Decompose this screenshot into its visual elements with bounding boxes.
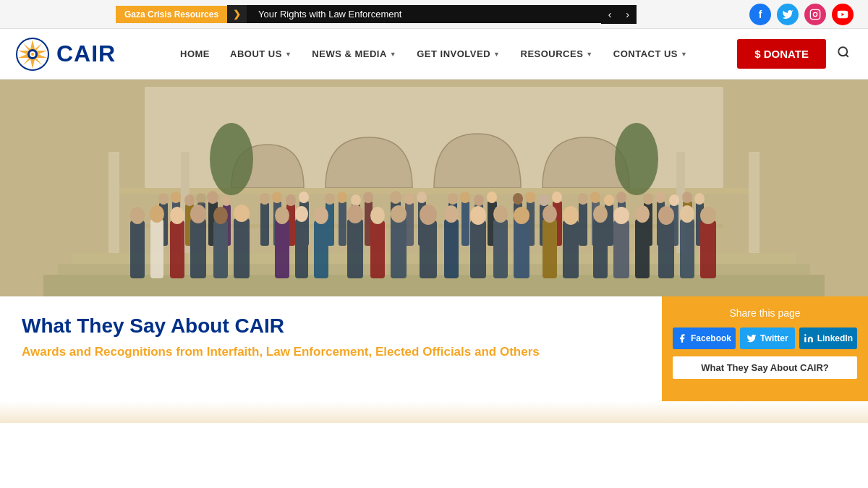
svg-point-22: [210, 123, 253, 195]
svg-point-43: [299, 192, 309, 203]
logo[interactable]: CAIR: [14, 36, 116, 72]
nav-home[interactable]: HOME: [171, 43, 218, 65]
svg-rect-106: [295, 219, 308, 278]
nav-get-involved[interactable]: GET INVOLVED ▼: [408, 43, 509, 65]
svg-point-57: [417, 192, 427, 203]
content-section: What They Say About CAIR Awards and Reco…: [0, 296, 868, 401]
svg-point-75: [578, 193, 588, 205]
ann-prev-button[interactable]: ‹: [601, 5, 619, 24]
nav-menu: HOME ABOUT US ▼ NEWS & MEDIA ▼ GET INVOL…: [137, 43, 730, 65]
svg-point-2: [817, 11, 818, 12]
bottom-gradient: [0, 401, 868, 423]
share-twitter-button[interactable]: Twitter: [740, 328, 795, 349]
nav-resources[interactable]: RESOURCES ▼: [512, 43, 602, 65]
svg-rect-130: [593, 219, 608, 278]
svg-point-105: [275, 207, 289, 224]
svg-point-95: [150, 205, 164, 223]
svg-point-115: [391, 205, 407, 223]
share-link[interactable]: What They Say About CAIR?: [673, 356, 857, 379]
facebook-share-icon: [677, 333, 687, 343]
news-arrow: ▼: [390, 51, 396, 58]
svg-rect-138: [680, 219, 694, 278]
svg-point-81: [616, 192, 626, 203]
svg-point-127: [542, 205, 557, 223]
page-subtitle: Awards and Recognitions from Interfaith,…: [22, 343, 640, 361]
svg-point-29: [184, 194, 195, 206]
svg-rect-110: [347, 219, 363, 278]
svg-point-67: [513, 193, 523, 205]
svg-point-141: [700, 207, 716, 224]
svg-point-87: [669, 194, 679, 206]
svg-rect-100: [213, 221, 228, 278]
svg-point-77: [590, 192, 600, 203]
svg-point-113: [370, 207, 385, 224]
svg-rect-0: [810, 9, 820, 19]
get-involved-arrow: ▼: [493, 51, 500, 58]
share-sidebar: Share this page Facebook Twitter LinkedI…: [662, 296, 868, 401]
svg-point-47: [337, 192, 347, 203]
svg-rect-122: [493, 219, 508, 278]
nav-news-media[interactable]: NEWS & MEDIA ▼: [303, 43, 405, 65]
announcement-text: Your Rights with Law Enforcement: [247, 5, 601, 23]
share-title: Share this page: [673, 307, 857, 319]
svg-line-9: [846, 54, 848, 56]
page-title: What They Say About CAIR: [22, 314, 640, 338]
svg-point-39: [272, 192, 282, 203]
svg-rect-132: [613, 221, 629, 278]
svg-point-63: [474, 194, 484, 206]
about-us-arrow: ▼: [285, 51, 292, 58]
svg-rect-136: [658, 221, 674, 278]
youtube-icon[interactable]: [832, 4, 854, 25]
ann-next-button[interactable]: ›: [618, 5, 637, 24]
svg-point-101: [213, 207, 228, 224]
svg-point-111: [347, 205, 363, 223]
svg-rect-114: [391, 219, 407, 278]
svg-point-31: [196, 193, 206, 205]
donate-button[interactable]: $ DONATE: [737, 39, 826, 69]
announcement-arrow: ❯: [227, 5, 247, 23]
share-facebook-button[interactable]: Facebook: [673, 328, 736, 349]
cair-logo-icon: [14, 36, 51, 72]
announcement-tag[interactable]: Gaza Crisis Resources: [116, 6, 227, 23]
linkedin-share-icon: [804, 333, 814, 343]
header: CAIR HOME ABOUT US ▼ NEWS & MEDIA ▼ GET …: [0, 29, 868, 80]
svg-point-123: [493, 205, 508, 223]
share-linkedin-button[interactable]: LinkedIn: [799, 328, 857, 349]
svg-point-1: [813, 12, 817, 16]
svg-point-79: [604, 194, 614, 206]
svg-point-91: [694, 193, 705, 205]
svg-rect-60: [461, 201, 469, 246]
svg-rect-94: [150, 219, 163, 278]
svg-point-45: [325, 193, 335, 205]
svg-point-61: [460, 192, 470, 203]
svg-point-69: [525, 192, 535, 203]
social-icons: f: [749, 4, 854, 25]
svg-rect-126: [542, 219, 557, 278]
search-button[interactable]: [833, 42, 854, 66]
svg-rect-46: [339, 201, 346, 246]
twitter-icon[interactable]: [777, 4, 799, 25]
contact-arrow: ▼: [681, 51, 687, 58]
announcement-bar: Gaza Crisis Resources ❯ Your Rights with…: [116, 5, 637, 24]
svg-point-97: [170, 207, 184, 224]
svg-rect-124: [514, 221, 529, 278]
svg-point-121: [470, 206, 486, 225]
top-bar: Gaza Crisis Resources ❯ Your Rights with…: [0, 0, 868, 29]
nav-contact-us[interactable]: CONTACT US ▼: [605, 43, 697, 65]
nav-about-us[interactable]: ABOUT US ▼: [221, 43, 300, 65]
svg-point-107: [295, 206, 308, 222]
svg-point-83: [643, 193, 653, 205]
svg-point-125: [514, 207, 529, 224]
svg-point-51: [363, 192, 373, 203]
svg-point-142: [804, 334, 806, 335]
logo-text: CAIR: [56, 40, 116, 67]
facebook-icon[interactable]: f: [749, 4, 771, 25]
share-buttons: Facebook Twitter LinkedIn: [673, 328, 857, 349]
svg-rect-118: [444, 219, 459, 278]
svg-point-41: [286, 194, 296, 206]
svg-rect-140: [700, 221, 716, 278]
svg-rect-116: [420, 221, 437, 278]
instagram-icon[interactable]: [804, 4, 826, 25]
svg-point-139: [680, 205, 694, 223]
svg-point-65: [487, 192, 497, 203]
